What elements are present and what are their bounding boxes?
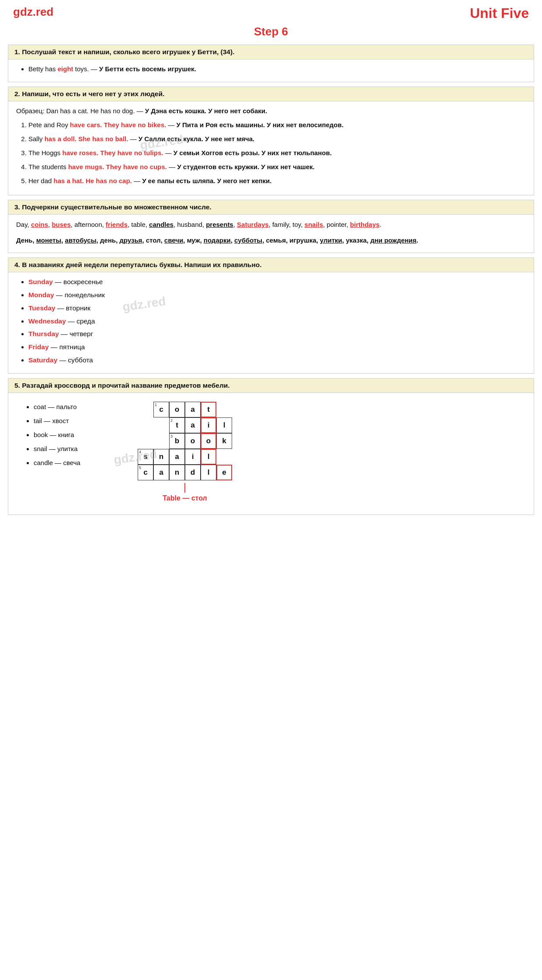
crossword-cell: n xyxy=(169,465,185,480)
main-content: 1. Послушай текст и напиши, сколько всег… xyxy=(0,45,542,527)
section-1: 1. Послушай текст и напиши, сколько всег… xyxy=(8,45,534,82)
unit-title: Unit Five xyxy=(470,5,529,21)
ru-word: автобусы xyxy=(65,236,97,244)
section-3-header: 3. Подчеркни существительные во множеств… xyxy=(8,200,534,215)
highlighted: have mugs. They have no cups. xyxy=(68,163,167,170)
word-item: candle — свеча xyxy=(34,458,120,468)
section-1-header: 1. Послушай текст и напиши, сколько всег… xyxy=(8,45,534,59)
day-item: Tuesday — вторник xyxy=(28,303,526,314)
crossword-cell: 3b xyxy=(169,433,185,449)
section-2-header: 2. Напиши, что есть и чего нет у этих лю… xyxy=(8,87,534,101)
day-item: Monday — понедельник xyxy=(28,290,526,301)
page-header: gdz.red Unit Five xyxy=(0,0,542,21)
crossword-cell: l xyxy=(201,465,216,480)
logo-text: gdz.red xyxy=(13,5,53,18)
day-en: Wednesday xyxy=(28,317,66,325)
section-2-body: Образец: Dan has a cat. He has no dog. —… xyxy=(8,101,534,195)
crossword-section: coat — пальто tail — хвост book — книга … xyxy=(16,397,526,509)
section-4: 4. В названиях дней недели перепутались … xyxy=(8,257,534,374)
day-en: Sunday xyxy=(28,278,53,285)
highlighted: have cars. They have no bikes. xyxy=(70,121,166,129)
crossword-cell: k xyxy=(216,433,232,449)
section-2-list: Pete and Roy have cars. They have no bik… xyxy=(16,120,526,186)
ru-translation: У Бетти есть восемь игрушек. xyxy=(99,65,196,73)
crossword-cell: a xyxy=(169,449,185,465)
section-1-item: Betty has eight toys. — У Бетти есть вос… xyxy=(28,64,526,74)
crossword-cell: o xyxy=(201,433,216,449)
table-label: Table — стол xyxy=(163,494,207,502)
ru-word: улитки xyxy=(320,236,342,244)
section-1-body: Betty has eight toys. — У Бетти есть вос… xyxy=(8,59,534,82)
day-en: Friday xyxy=(28,343,49,351)
crossword-words: coat — пальто tail — хвост book — книга … xyxy=(24,402,120,472)
day-item: Saturday — суббота xyxy=(28,355,526,366)
day-item: Sunday — воскресенье xyxy=(28,277,526,288)
word-friends: friends xyxy=(106,221,128,228)
crossword-cell xyxy=(138,402,153,417)
section-4-header: 4. В названиях дней недели перепутались … xyxy=(8,257,534,272)
section-5-body: coat — пальто tail — хвост book — книга … xyxy=(8,393,534,515)
word-birthdays: birthdays xyxy=(350,221,380,228)
word-item: coat — пальто xyxy=(34,402,120,412)
highlighted: has a doll. She has no ball. xyxy=(45,135,129,142)
highlighted-word: eight xyxy=(58,65,73,73)
crossword-cell: i xyxy=(185,449,201,465)
crossword-table: 1coat2tail3book4snail5candle xyxy=(138,402,232,480)
section-3: 3. Подчеркни существительные во множеств… xyxy=(8,200,534,253)
site-logo: gdz.red xyxy=(13,5,53,19)
crossword-cell xyxy=(216,449,232,465)
crossword-cell: 2t xyxy=(169,417,185,433)
crossword-cell: a xyxy=(185,402,201,417)
crossword-cell: e xyxy=(216,465,232,480)
crossword-cell xyxy=(153,433,169,449)
words-list: coat — пальто tail — хвост book — книга … xyxy=(24,402,120,468)
list-item: Sally has a doll. She has no ball. — У С… xyxy=(28,134,526,144)
section-5: 5. Разгадай кроссворд и прочитай названи… xyxy=(8,378,534,515)
word-buses: buses xyxy=(52,221,70,228)
list-item: Her dad has a hat. He has no cap. — У ее… xyxy=(28,176,526,186)
section-3-body: Day, coins, buses, afternoon, friends, t… xyxy=(8,215,534,253)
crossword-cell: 5c xyxy=(138,465,153,480)
crossword-cell: l xyxy=(216,417,232,433)
crossword-cell: i xyxy=(201,417,216,433)
ru-word: друзья xyxy=(119,236,142,244)
ru-text: У ее папы есть шляпа. У него нет кепки. xyxy=(142,177,271,184)
ru-text: У Салли есть кукла. У нее нет мяча. xyxy=(139,135,254,142)
crossword-cell: t xyxy=(201,402,216,417)
list-item: Pete and Roy have cars. They have no bik… xyxy=(28,120,526,130)
word-item: tail — хвост xyxy=(34,416,120,426)
highlighted: has a hat. He has no cap. xyxy=(54,177,132,184)
day-en: Monday xyxy=(28,291,54,299)
crossword-cell: l xyxy=(201,449,216,465)
crossword-cell xyxy=(153,417,169,433)
crossword-cell: n xyxy=(153,449,169,465)
crossword-cell: o xyxy=(169,402,185,417)
connector-line xyxy=(184,483,185,493)
word-item: snail — улитка xyxy=(34,444,120,454)
crossword-cell: a xyxy=(153,465,169,480)
section-4-body: Sunday — воскресенье Monday — понедельни… xyxy=(8,272,534,374)
section-5-header: 5. Разгадай кроссворд и прочитай названи… xyxy=(8,378,534,393)
list-item: The students have mugs. They have no cup… xyxy=(28,162,526,172)
section-1-list: Betty has eight toys. — У Бетти есть вос… xyxy=(16,64,526,74)
list-item: The Hoggs have roses. They have no tulip… xyxy=(28,148,526,158)
day-item: Friday — пятница xyxy=(28,342,526,353)
crossword-cell: o xyxy=(185,433,201,449)
ru-text: У студентов есть кружки. У них нет чашек… xyxy=(177,163,315,170)
ru-word: свечи xyxy=(164,236,183,244)
day-en: Saturday xyxy=(28,356,57,364)
section-2: 2. Напиши, что есть и чего нет у этих лю… xyxy=(8,87,534,195)
sample-line: Образец: Dan has a cat. He has no dog. —… xyxy=(16,106,526,116)
word-candles: candles xyxy=(149,221,174,228)
section-3-en: Day, coins, buses, afternoon, friends, t… xyxy=(16,219,526,230)
day-en: Thursday xyxy=(28,330,59,337)
crossword-cell xyxy=(138,417,153,433)
ru-text: У семьи Хоггов есть розы. У них нет тюль… xyxy=(174,149,332,156)
ru-word: дни рождения xyxy=(370,236,417,244)
day-item: Thursday — четверг xyxy=(28,329,526,340)
ru-word: монеты xyxy=(36,236,61,244)
word-item: book — книга xyxy=(34,430,120,440)
ru-text: У Пита и Роя есть машины. У них нет вело… xyxy=(177,121,344,129)
crossword-cell: a xyxy=(185,417,201,433)
word-snails: snails xyxy=(305,221,323,228)
